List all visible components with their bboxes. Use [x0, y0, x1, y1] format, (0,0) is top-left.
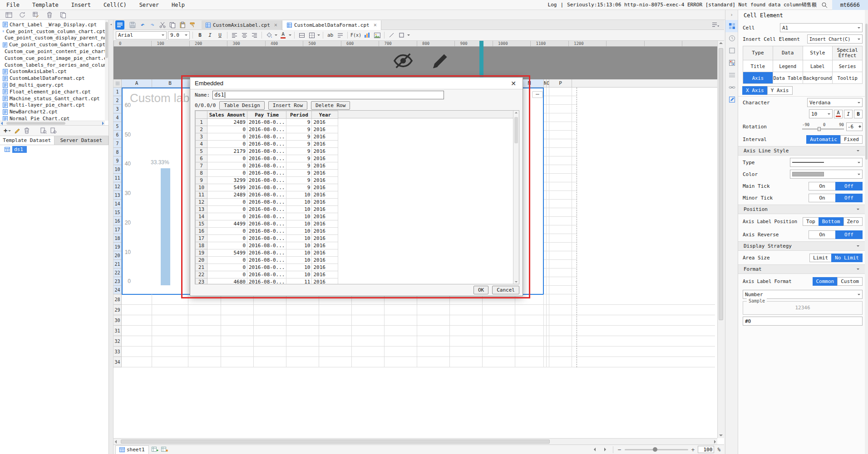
sales-amount-cell[interactable]: 0 — [207, 257, 247, 264]
period-cell[interactable]: 9 — [286, 155, 312, 162]
row-header[interactable]: 34 — [113, 357, 122, 367]
period-cell[interactable]: 10 — [286, 271, 312, 278]
row-header[interactable]: 16 — [113, 217, 122, 225]
italic-button[interactable]: I — [844, 110, 853, 118]
prev-sheet-icon[interactable] — [592, 446, 599, 453]
row-header[interactable]: 8 — [113, 148, 122, 156]
table-row[interactable]: 1402016-08-0...102016 — [196, 213, 338, 220]
format-painter-button[interactable] — [188, 20, 197, 29]
table-row[interactable]: 1124892016-08-0...102016 — [196, 191, 338, 199]
row-header[interactable]: 28 — [113, 294, 122, 305]
table-row[interactable]: 302016-08-0...92016 — [196, 133, 338, 141]
scroll-right-icon[interactable] — [711, 439, 717, 444]
year-cell[interactable]: 2016 — [312, 119, 338, 126]
year-cell[interactable]: 2016 — [312, 133, 338, 141]
vertical-scrollbar[interactable] — [717, 41, 724, 438]
insert-row-button[interactable]: Insert Row — [268, 101, 307, 110]
row-header[interactable]: 4 — [113, 113, 122, 122]
row-header[interactable]: 32 — [113, 336, 122, 347]
year-cell[interactable]: 2016 — [312, 170, 338, 177]
pay-time-cell[interactable]: 2016-08-0... — [247, 271, 286, 278]
style-button-label[interactable]: Label — [803, 60, 833, 72]
row-header[interactable]: 29 — [113, 305, 122, 315]
year-cell[interactable]: 2016 — [312, 162, 338, 170]
year-cell[interactable]: 2016 — [312, 177, 338, 184]
file-tree-vertical-scrollbar[interactable] — [105, 20, 108, 121]
period-cell[interactable]: 10 — [286, 242, 312, 249]
style-button-axis[interactable]: Axis — [743, 72, 773, 83]
period-cell[interactable]: 10 — [286, 220, 312, 228]
period-cell[interactable]: 10 — [286, 257, 312, 264]
ok-button[interactable]: OK — [473, 286, 488, 294]
year-cell[interactable]: 2016 — [312, 213, 338, 220]
year-cell[interactable]: 2016 — [312, 199, 338, 206]
table-row[interactable]: 602016-08-0...92016 — [196, 155, 338, 162]
row-header[interactable]: 30 — [113, 315, 122, 326]
spin-down-icon[interactable] — [858, 127, 861, 129]
interval-automatic-button[interactable]: Automatic — [806, 135, 841, 144]
row-header[interactable]: 11 — [113, 174, 122, 182]
column-header-period[interactable]: Period — [286, 111, 312, 119]
template-tab-customlabeldataformat[interactable]: CustomLabelDataFormat.cpt × — [283, 20, 381, 30]
table-row[interactable]: 2102016-08-0...102016 — [196, 264, 338, 271]
search-icon[interactable] — [820, 1, 829, 9]
draw-line-icon[interactable] — [387, 31, 396, 39]
file-tree-item[interactable]: Cue_point_custom_Gantt_chart.cpt — [0, 41, 105, 48]
year-cell[interactable]: 2016 — [312, 271, 338, 278]
panel-history-icon[interactable] — [725, 32, 738, 44]
period-cell[interactable]: 9 — [286, 141, 312, 148]
zoom-slider-thumb[interactable] — [653, 447, 657, 452]
table-row[interactable]: 802016-08-0...92016 — [196, 170, 338, 177]
row-header[interactable]: 2 — [113, 96, 122, 105]
log-label[interactable]: Log — [548, 2, 557, 8]
copy-template-icon[interactable] — [59, 11, 67, 19]
scroll-left-icon[interactable] — [1, 122, 3, 125]
tab-data[interactable]: Data — [773, 46, 803, 60]
tab-y-axis[interactable]: Y Axis — [767, 86, 793, 95]
delete-row-button[interactable]: Delete Row — [311, 101, 350, 110]
pay-time-cell[interactable]: 2016-08-0... — [247, 133, 286, 141]
chevron-down-icon[interactable] — [407, 34, 410, 37]
table-scrollbar[interactable] — [513, 111, 519, 284]
row-header[interactable]: 5 — [113, 122, 122, 131]
sheet-tab-sheet1[interactable]: sheet1 — [115, 445, 149, 454]
year-cell[interactable]: 2016 — [312, 235, 338, 242]
file-tree-item[interactable]: Machine_status_Gantt_chart.cpt — [0, 95, 105, 102]
tab-server-dataset[interactable]: Server Dataset — [54, 136, 109, 145]
tab-style[interactable]: Style — [803, 46, 833, 60]
style-button-title[interactable]: Title — [743, 60, 773, 72]
format-pattern-input[interactable] — [743, 317, 863, 326]
row-header[interactable]: 33 — [113, 347, 122, 357]
file-tree-item[interactable]: CustomLabelDataFormat.cpt — [0, 75, 105, 82]
scroll-up-icon[interactable] — [718, 41, 724, 47]
save-button[interactable] — [128, 20, 137, 29]
file-tree-item[interactable]: Custom_cue_point_image_pie_chart.cpt — [0, 55, 105, 62]
scroll-right-icon[interactable] — [102, 122, 104, 125]
section-display-strategy[interactable]: Display Strategy — [738, 241, 865, 251]
horizontal-scrollbar[interactable] — [113, 438, 717, 444]
row-header[interactable]: 31 — [113, 326, 122, 336]
panel-condition-attributes-icon[interactable] — [725, 69, 738, 81]
style-button-legend[interactable]: Legend — [773, 60, 803, 72]
add-dataset-button[interactable]: + — [4, 128, 11, 133]
table-row[interactable]: 521792016-08-0...92016 — [196, 148, 338, 155]
row-header[interactable]: 22 — [113, 268, 122, 277]
copy-button[interactable] — [168, 20, 177, 29]
section-position[interactable]: Position — [738, 205, 865, 214]
row-header[interactable]: 17 — [113, 225, 122, 234]
font-family-select[interactable]: Arial — [116, 31, 167, 39]
pay-time-cell[interactable]: 2016-08-0... — [247, 206, 286, 213]
cut-button[interactable] — [158, 20, 167, 29]
insert-image-icon[interactable] — [373, 31, 381, 39]
period-cell[interactable]: 10 — [286, 264, 312, 271]
year-cell[interactable]: 2016 — [312, 184, 338, 191]
sales-amount-cell[interactable]: 0 — [207, 271, 247, 278]
hide-chart-icon[interactable] — [393, 51, 414, 70]
insert-element-select[interactable]: Insert Chart(C) — [807, 34, 863, 44]
table-scroll-thumb[interactable] — [514, 117, 518, 143]
style-button-data-table[interactable]: Data Table — [773, 72, 803, 83]
table-row[interactable]: 2346802016-08-0...112016 — [196, 278, 338, 285]
tab-template-dataset[interactable]: Template Dataset — [0, 136, 54, 145]
year-cell[interactable]: 2016 — [312, 278, 338, 285]
sales-amount-cell[interactable]: 3299 — [207, 177, 247, 184]
